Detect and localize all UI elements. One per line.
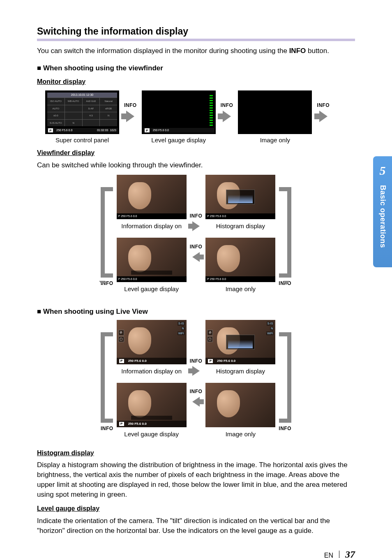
sample-face — [128, 390, 151, 417]
mode-p-icon: P — [208, 359, 213, 363]
caption-info-on: Information display on — [121, 222, 182, 230]
loop-arrow-left-icon — [101, 187, 113, 278]
scp-cell: ±0.0 — [47, 112, 65, 119]
footer-page-number: 37 — [345, 548, 355, 558]
viewfinder-intro: Can be switched while looking through th… — [37, 160, 355, 170]
liveview-shooting-heading: When shooting using Live View — [37, 307, 355, 317]
page-title: Switching the information display — [37, 25, 355, 41]
lv-bottom-bar: P250 F5.6 0.0 — [117, 421, 187, 427]
lv-info-on-screen: S-ISNWiFi ⊘▢ P250 F5.6 0.0 — [117, 320, 187, 364]
vf-bottom-bar: P 250 F5.6 0.0 — [205, 213, 275, 219]
sample-face — [128, 182, 151, 209]
lv-bottom-bar: P250 F5.6 0.0 — [117, 358, 187, 364]
info-button-label: INFO — [124, 102, 137, 109]
vf-histogram-screen: P 250 F5.6 0.0 — [205, 175, 275, 219]
arrow-right-icon — [223, 111, 231, 122]
info-button-label: INFO — [317, 102, 330, 109]
vf-bottom-bar: P 250 F5.6 0.0 — [117, 213, 187, 219]
scp-cell: 4:3 — [83, 112, 100, 119]
af-frame-icon: ▢ — [118, 336, 124, 342]
scp-cell: A±0 G±0 — [83, 98, 100, 105]
scp-cell: S-AF — [83, 105, 100, 112]
scp-cell: WB AUTO — [65, 98, 82, 105]
level-gauge-screen: P 250 F5.6 0.0 — [142, 90, 216, 134]
caption-image-only: Image only — [226, 285, 256, 293]
level-gauge-vertical-icon — [210, 95, 213, 126]
scp-cell — [65, 105, 82, 112]
intro-paragraph: You can switch the information displayed… — [37, 46, 355, 56]
flash-off-icon: ⊘ — [118, 330, 124, 336]
histogram-overlay-icon — [226, 335, 255, 350]
liveview-flow-diagram: INFO S-ISNWiFi ⊘▢ P250 F5.6 0.0 Informat… — [37, 320, 355, 445]
monitor-display-flow: 2013.10.01 12:30 ISO AUTO WB AUTO A±0 G±… — [45, 90, 355, 144]
caption-info-on: Information display on — [121, 367, 182, 375]
chapter-side-tab: 5 Basic operations — [373, 156, 392, 267]
info-button-label: INFO — [221, 102, 233, 109]
loop-arrow-right-icon — [279, 332, 291, 423]
lv-right-icons: S-ISNWiFi — [266, 322, 274, 335]
lv-left-icons: ⊘▢ — [118, 330, 124, 342]
histogram-overlay-icon — [226, 190, 255, 204]
histogram-heading: Histogram display — [37, 449, 355, 458]
super-control-panel-grid: 2013.10.01 12:30 ISO AUTO WB AUTO A±0 G±… — [47, 93, 117, 126]
scp-cell: ISO AUTO — [47, 98, 65, 105]
scp-cell: sRGB — [100, 105, 117, 112]
scp-cell: N — [65, 120, 82, 127]
caption-scp: Super control panel — [55, 136, 109, 144]
scp-cell — [83, 120, 100, 127]
scp-shots-left: 1023 — [110, 128, 116, 132]
sample-face — [128, 327, 151, 354]
info-button-label: INFO — [190, 213, 203, 220]
scp-rec-time: 01:02:03 — [97, 128, 108, 132]
sample-face — [128, 245, 151, 272]
sample-photo — [205, 238, 275, 282]
mode-p-icon: P — [119, 422, 124, 426]
scp-cell: S-IS AUTO — [47, 120, 65, 127]
mode-p-icon: P — [145, 128, 150, 132]
arrow-right-icon — [126, 111, 134, 122]
lv-level-gauge-screen: P250 F5.6 0.0 — [117, 383, 187, 427]
level-gauge-body: Indicate the orientation of the camera. … — [37, 516, 355, 536]
sample-photo — [117, 175, 187, 219]
image-only-screen — [238, 90, 312, 134]
info-button-label: INFO — [190, 358, 203, 365]
histogram-body: Display a histogram showing the distribu… — [37, 460, 355, 499]
monitor-display-heading: Monitor display — [37, 77, 355, 86]
vf-info-on-screen: P 250 F5.6 0.0 — [117, 175, 187, 219]
scp-bottom-bar: P 250 F5.6 0.0 01:02:03 1023 — [46, 128, 118, 133]
info-button-label: INFO — [279, 425, 291, 432]
caption-image-only: Image only — [226, 430, 256, 438]
mode-p-icon: P — [119, 359, 124, 363]
vf-bottom-bar: P 250 F5.6 0.0 — [205, 276, 275, 282]
sample-photo — [117, 238, 187, 282]
mode-p-icon: P — [48, 128, 53, 132]
sample-face — [217, 390, 240, 417]
viewfinder-flow-diagram: INFO P 250 F5.6 0.0 Information display … — [37, 175, 355, 299]
lv-left-icons: ⊘▢ — [207, 330, 213, 342]
caption-level-gauge: Level gauge display — [124, 285, 179, 293]
exposure-text: 250 F5.6 0.0 — [153, 128, 169, 132]
caption-image-only: Image only — [260, 136, 290, 144]
scp-cell: N — [100, 112, 117, 119]
page-footer: EN 37 — [37, 548, 355, 558]
flash-off-icon: ⊘ — [207, 330, 213, 336]
info-button-label: INFO — [101, 425, 113, 432]
af-frame-icon: ▢ — [207, 336, 213, 342]
vf-bottom-bar: P 250 F5.6 0.0 — [117, 276, 187, 282]
caption-histogram: Histogram display — [216, 367, 265, 375]
lv-histogram-screen: S-ISNWiFi ⊘▢ P250 F5.6 0.0 — [205, 320, 275, 364]
scp-exposure-text: 250 F5.6 0.0 — [56, 128, 72, 132]
loop-arrow-right-icon — [279, 187, 291, 278]
footer-separator — [339, 551, 339, 558]
level-gauge-bar-icon — [131, 416, 172, 420]
viewfinder-shooting-heading: When shooting using the viewfinder — [37, 63, 355, 73]
chapter-number: 5 — [380, 162, 386, 179]
loop-arrow-left-icon — [101, 332, 113, 423]
caption-level-gauge: Level gauge display — [124, 430, 179, 438]
info-button-label: INFO — [190, 243, 203, 250]
caption-histogram: Histogram display — [216, 222, 265, 230]
sample-photo — [205, 383, 275, 427]
arrow-right-icon — [192, 366, 200, 376]
lv-image-only-screen — [205, 383, 275, 427]
footer-language: EN — [324, 551, 333, 558]
